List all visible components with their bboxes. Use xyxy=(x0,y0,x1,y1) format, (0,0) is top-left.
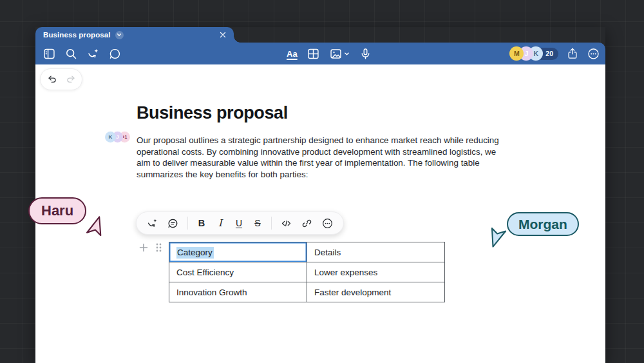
main-toolbar: Aa xyxy=(35,43,605,64)
table-cell-selected[interactable]: Category xyxy=(169,242,307,262)
table-row: Category Details xyxy=(169,242,445,262)
chat-icon[interactable] xyxy=(108,47,122,61)
page-title[interactable]: Business proposal xyxy=(137,103,288,123)
underline-button[interactable]: U xyxy=(234,218,244,228)
table-cell[interactable]: Lower expenses xyxy=(307,262,445,282)
bold-button[interactable]: B xyxy=(196,218,207,228)
image-icon[interactable] xyxy=(329,47,350,61)
link-icon[interactable] xyxy=(301,217,313,230)
format-toolbar: B I U S xyxy=(136,211,344,235)
table-cell[interactable]: Innovation Growth xyxy=(169,282,307,302)
table-row: Innovation Growth Faster development xyxy=(169,282,445,302)
redo-icon[interactable] xyxy=(65,74,77,85)
drag-handle-icon[interactable] xyxy=(155,242,163,256)
table-cell[interactable]: Faster development xyxy=(307,282,445,302)
undo-redo-pill xyxy=(40,68,82,90)
ai-cursor-icon[interactable] xyxy=(146,217,158,230)
app-window: Business proposal xyxy=(35,27,605,363)
collaborator-name: Haru xyxy=(41,202,73,219)
inline-presence-avatars: K J +1 xyxy=(105,132,130,142)
table-row: Cost Efficiency Lower expenses xyxy=(169,262,445,282)
more-icon[interactable] xyxy=(321,217,334,230)
collaborator-label-morgan: Morgan xyxy=(507,212,579,236)
undo-icon[interactable] xyxy=(46,74,58,85)
share-icon[interactable] xyxy=(566,47,579,60)
desktop-background: Business proposal xyxy=(0,0,644,363)
sidebar-toggle-icon[interactable] xyxy=(43,47,56,61)
benefits-table: Category Details Cost Efficiency Lower e… xyxy=(169,242,445,302)
image-chevron-down-icon xyxy=(344,51,350,57)
text-style-label: Aa xyxy=(287,49,298,59)
collaborator-name: Morgan xyxy=(518,217,567,232)
toolbar-divider xyxy=(187,217,188,230)
presence-avatars[interactable]: M J K 20 xyxy=(509,46,558,61)
table-cell[interactable]: Cost Efficiency xyxy=(169,262,307,282)
comment-icon[interactable] xyxy=(167,217,179,230)
table-icon[interactable] xyxy=(307,47,320,61)
search-icon[interactable] xyxy=(64,47,78,61)
ai-cursor-icon[interactable] xyxy=(86,47,100,61)
selected-text: Category xyxy=(176,247,214,259)
strikethrough-button[interactable]: S xyxy=(252,218,263,228)
microphone-icon[interactable] xyxy=(359,47,372,61)
toolbar-divider xyxy=(271,217,272,230)
add-block-icon[interactable] xyxy=(138,242,149,255)
collaborator-label-haru: Haru xyxy=(28,197,86,224)
chevron-down-icon[interactable] xyxy=(115,31,124,39)
italic-button[interactable]: I xyxy=(215,217,225,229)
more-icon[interactable] xyxy=(587,47,600,61)
body-paragraph[interactable]: Our proposal outlines a strategic partne… xyxy=(137,135,509,180)
text-style-button[interactable]: Aa xyxy=(287,49,298,59)
tab-title: Business proposal xyxy=(43,31,111,39)
document-tab[interactable]: Business proposal xyxy=(35,27,234,43)
avatar: K xyxy=(105,132,116,142)
close-icon[interactable] xyxy=(218,30,228,40)
table-cell[interactable]: Details xyxy=(307,242,445,262)
code-icon[interactable] xyxy=(280,217,292,230)
